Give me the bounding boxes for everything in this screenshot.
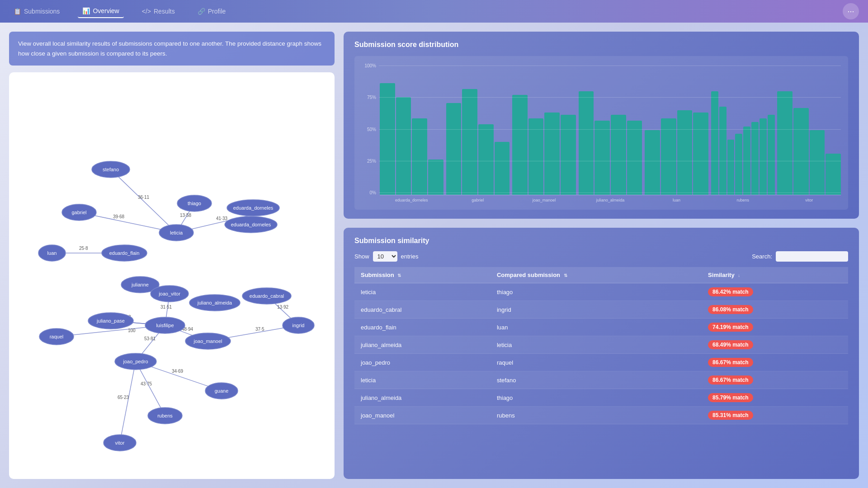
tab-overview-label: Overview: [93, 7, 119, 14]
col-similarity[interactable]: Similarity ↓: [702, 267, 848, 283]
node-label-joao-vitor: joao_vitor: [158, 291, 180, 296]
cell-submission: joao_pedro: [354, 354, 491, 371]
info-box: View overall local similarity results of…: [9, 32, 335, 66]
match-badge: 86.67% match: [708, 358, 753, 367]
results-icon: </>: [142, 8, 151, 15]
submissions-icon: 📋: [14, 8, 21, 15]
cell-compared: stefano: [491, 371, 702, 389]
edge-label-luan-eduardo: 25·8: [79, 246, 88, 251]
cell-match: 68.49% match: [702, 336, 848, 354]
edge-label-stefano-leticia: 36·11: [138, 195, 149, 200]
chart-box: Submission score distribution 100%75%50%…: [344, 32, 859, 219]
search-label: Search:: [752, 251, 848, 262]
node-label-vitor: vitor: [115, 440, 125, 446]
chart-area: 100%75%50%25%0%eduarda_dornelesgabrieljo…: [354, 56, 848, 210]
node-label-leticia: leticia: [170, 230, 183, 235]
graph-box: 36·11 39·68 13·58 41·33 25·8 13·92 53·81…: [9, 72, 335, 479]
sort-similarity-icon: ↓: [738, 273, 740, 278]
cell-compared: thiago: [491, 283, 702, 301]
right-panel: Submission score distribution 100%75%50%…: [344, 32, 859, 479]
tab-submissions[interactable]: 📋 Submissions: [9, 5, 64, 18]
edge-label-joaopedro-rubens: 43·75: [141, 381, 152, 386]
col-compared[interactable]: Compared submission ⇅: [491, 267, 702, 283]
match-badge: 68.49% match: [708, 340, 753, 349]
cell-compared: thiago: [491, 389, 702, 407]
cell-submission: juliano_almeida: [354, 389, 491, 407]
node-label-joao-manoel: joao_manoel: [193, 338, 222, 344]
edge-joaopedro-vitor: [120, 361, 136, 443]
edge-label-leticia-eduarda: 41·33: [216, 216, 227, 221]
main-content: View overall local similarity results of…: [0, 23, 868, 488]
match-badge: 86.08% match: [708, 305, 753, 314]
cell-match: 85.79% match: [702, 389, 848, 407]
table-row: eduardo_flain luan 74.19% match: [354, 319, 848, 336]
tab-submissions-label: Submissions: [24, 8, 60, 15]
similarity-title: Submission similarity: [354, 237, 848, 245]
nav-bar: 📋 Submissions 📊 Overview </> Results 🔗 P…: [0, 0, 868, 23]
edge-label-joaovitor-luisfilipe: 31·51: [160, 305, 172, 310]
profile-icon: 🔗: [198, 8, 205, 15]
cell-match: 74.19% match: [702, 319, 848, 336]
show-text: Show: [354, 253, 369, 260]
tab-profile[interactable]: 🔗 Profile: [193, 5, 231, 18]
table-row: juliano_almeida thiago 85.79% match: [354, 389, 848, 407]
tab-overview[interactable]: 📊 Overview: [78, 5, 123, 18]
edge-label-100: 100: [128, 328, 136, 333]
cell-compared: leticia: [491, 336, 702, 354]
node-label-eduarda1: eduarda_dorneles: [233, 205, 274, 211]
edge-label-joaopedro-guane: 34·69: [172, 369, 183, 374]
info-text: View overall local similarity results of…: [18, 40, 321, 57]
node-label-raquel: raquel: [50, 334, 64, 339]
edge-label-joaomanoel-ingrid: 37·5: [255, 327, 264, 332]
match-badge: 74.19% match: [708, 323, 753, 332]
cell-compared: luan: [491, 319, 702, 336]
tab-profile-label: Profile: [208, 8, 226, 15]
show-label: Show 10 25 50 100 entries: [354, 251, 419, 262]
node-label-eduarda2: eduarda_dorneles: [231, 222, 271, 227]
node-label-luan: luan: [47, 250, 57, 256]
graph-svg: 36·11 39·68 13·58 41·33 25·8 13·92 53·81…: [14, 77, 330, 474]
tab-results-label: Results: [154, 8, 175, 15]
cell-match: 86.67% match: [702, 371, 848, 389]
match-badge: 86.42% match: [708, 287, 753, 296]
cell-compared: raquel: [491, 354, 702, 371]
edge-label-thiago-leticia: 13·58: [180, 213, 191, 218]
search-input[interactable]: [776, 251, 848, 262]
node-label-luisfilipe: luisfilipe: [156, 323, 174, 328]
tab-results[interactable]: </> Results: [137, 5, 179, 18]
edge-label-gabriel-leticia: 39·68: [113, 214, 124, 219]
sort-compared-icon: ⇅: [564, 273, 567, 278]
edge-label-luisfilipe-joaopedro: 53·81: [144, 336, 156, 341]
similarity-table: Submission ⇅ Compared submission ⇅ Simil…: [354, 267, 848, 424]
cell-match: 86.42% match: [702, 283, 848, 301]
table-row: leticia thiago 86.42% match: [354, 283, 848, 301]
match-badge: 86.67% match: [708, 375, 753, 385]
node-label-joao-pedro: joao_pedro: [123, 359, 148, 364]
table-row: joao_manoel rubens 85.31% match: [354, 407, 848, 424]
cell-submission: joao_manoel: [354, 407, 491, 424]
node-label-eduardo-flain: eduardo_flain: [109, 250, 140, 256]
cell-match: 86.67% match: [702, 354, 848, 371]
table-controls: Show 10 25 50 100 entries Search:: [354, 251, 848, 262]
table-row: juliano_almeida leticia 68.49% match: [354, 336, 848, 354]
node-label-eduardo-cabral: eduardo_cabral: [250, 293, 284, 299]
table-row: joao_pedro raquel 86.67% match: [354, 354, 848, 371]
entries-select[interactable]: 10 25 50 100: [373, 251, 397, 262]
node-label-ingrid: ingrid: [292, 323, 305, 328]
match-badge: 85.31% match: [708, 411, 753, 420]
sort-submission-icon: ⇅: [397, 273, 401, 278]
cell-match: 85.31% match: [702, 407, 848, 424]
edge-stefano-leticia: [111, 169, 176, 233]
edge-label-eduardocabral-ingrid: 13·92: [277, 305, 288, 310]
left-panel: View overall local similarity results of…: [9, 32, 335, 479]
edge-label-joaopedro-vitor: 65·23: [118, 395, 129, 400]
cell-submission: juliano_almeida: [354, 336, 491, 354]
similarity-box: Submission similarity Show 10 25 50 100 …: [344, 228, 859, 479]
match-badge: 85.79% match: [708, 393, 753, 402]
node-label-julianne: julianne: [131, 282, 149, 287]
col-submission[interactable]: Submission ⇅: [354, 267, 491, 283]
table-row: eduardo_cabral ingrid 86.08% match: [354, 301, 848, 319]
cell-submission: eduardo_cabral: [354, 301, 491, 319]
more-options-button[interactable]: ···: [843, 3, 859, 19]
cell-compared: rubens: [491, 407, 702, 424]
